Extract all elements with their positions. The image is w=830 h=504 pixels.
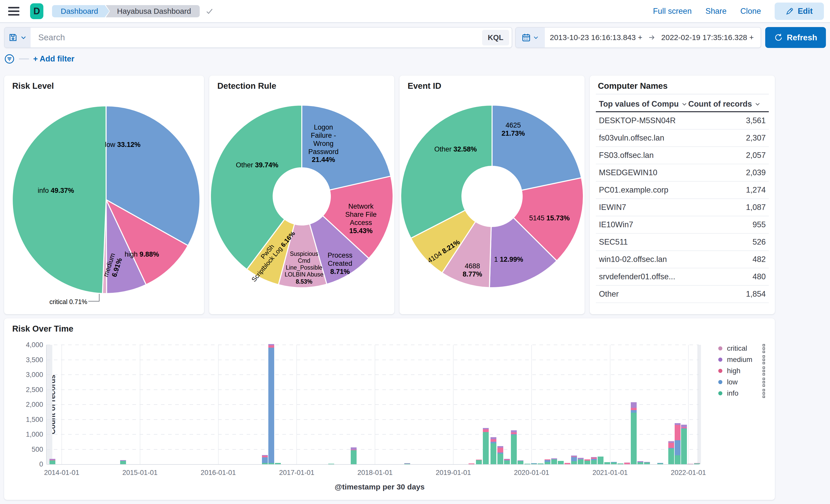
pie-slice-label: NetworkShare FileAccess15.43%	[345, 202, 377, 235]
date-to[interactable]: 2022-02-19 17:35:16.328 +	[656, 33, 759, 42]
stacked-bar[interactable]	[50, 459, 55, 464]
count-cell: 2,307	[746, 133, 766, 143]
breadcrumb-current[interactable]: Hayabusa Dashboard	[106, 5, 200, 17]
count-cell: 482	[753, 255, 766, 264]
table-row[interactable]: FS03.offsec.lan2,057	[596, 147, 769, 164]
date-picker-button[interactable]	[516, 28, 545, 48]
gridline-horizontal	[47, 419, 699, 420]
legend-options-icon[interactable]	[763, 378, 765, 387]
table-row[interactable]: fs03vuln.offsec.lan2,307	[596, 130, 769, 147]
legend-options-icon[interactable]	[763, 389, 765, 398]
pie-slice-label: ProcessCreated8.71%	[327, 251, 352, 276]
legend-options-icon[interactable]	[763, 355, 765, 364]
menu-icon[interactable]	[8, 7, 20, 15]
stacked-bar[interactable]	[637, 461, 643, 464]
column-header-count[interactable]: Count of records	[688, 99, 761, 109]
table-row[interactable]: win10-02.offsec.lan482	[596, 251, 769, 268]
query-bar: Search KQL 2013-10-23 16:16:13.843 + 202…	[4, 27, 826, 48]
stacked-bar[interactable]	[483, 428, 489, 464]
stacked-bar[interactable]	[120, 460, 126, 464]
stacked-bar[interactable]	[551, 458, 557, 464]
stacked-bar[interactable]	[584, 460, 590, 464]
legend-options-icon[interactable]	[763, 344, 765, 353]
column-header-computer[interactable]: Top values of Compu	[599, 99, 688, 109]
panel-title: Computer Names	[598, 81, 668, 91]
table-row[interactable]: SEC511526	[596, 233, 769, 251]
bar-segment-low	[675, 440, 680, 455]
stacked-bar[interactable]	[504, 459, 510, 464]
full-screen-link[interactable]: Full screen	[653, 7, 692, 16]
clone-link[interactable]: Clone	[740, 7, 761, 16]
pie-slice-label: low 33.12%	[105, 141, 140, 149]
kql-button[interactable]: KQL	[482, 30, 509, 45]
stacked-bar[interactable]	[631, 402, 637, 464]
stacked-bar[interactable]	[598, 456, 604, 464]
check-icon[interactable]	[205, 7, 214, 15]
gridline-horizontal	[47, 374, 699, 375]
pie-slice-label: info 49.37%	[38, 187, 74, 195]
stacked-bar[interactable]	[476, 460, 482, 464]
count-cell: 526	[753, 238, 766, 247]
stacked-bar[interactable]	[262, 455, 268, 464]
stacked-bar[interactable]	[498, 446, 503, 464]
stacked-bar[interactable]	[511, 430, 517, 464]
legend-item-critical[interactable]: critical	[718, 343, 765, 354]
space-avatar[interactable]: D	[30, 3, 43, 19]
legend-dot-info	[718, 391, 722, 395]
table-row[interactable]: Other1,854	[596, 286, 769, 303]
legend-item-medium[interactable]: medium	[718, 354, 765, 365]
y-axis-tick-label: 1,000	[26, 431, 43, 438]
stacked-bar[interactable]	[268, 344, 274, 464]
edit-button[interactable]: Edit	[775, 3, 824, 20]
add-filter-link[interactable]: + Add filter	[33, 54, 74, 64]
table-row[interactable]: IE10Win7955	[596, 216, 769, 233]
stacked-bar[interactable]	[571, 455, 577, 464]
x-axis-tick-label: 2021-01-01	[593, 469, 628, 477]
stacked-bar[interactable]	[351, 447, 357, 464]
y-axis-line	[46, 345, 47, 464]
stacked-bar[interactable]	[644, 462, 650, 464]
label-connector-line	[99, 294, 99, 302]
search-input[interactable]: Search	[31, 28, 482, 48]
breadcrumb-dashboard[interactable]: Dashboard	[52, 5, 109, 17]
stacked-bar[interactable]	[578, 458, 584, 464]
stacked-bar[interactable]	[591, 457, 597, 464]
table-row[interactable]: srvdefender01.offse...480	[596, 268, 769, 286]
bar-segment-info	[551, 460, 557, 464]
saved-query-button[interactable]	[5, 28, 31, 48]
y-axis-tick-label: 1,500	[26, 415, 43, 423]
stacked-bar[interactable]	[490, 437, 497, 464]
table-row[interactable]: MSEDGEWIN102,039	[596, 164, 769, 182]
bar-segment-medium	[675, 423, 680, 425]
stacked-bar[interactable]	[517, 461, 523, 464]
legend-item-info[interactable]: info	[718, 388, 765, 399]
stacked-bar[interactable]	[604, 462, 610, 464]
legend-item-low[interactable]: low	[718, 376, 765, 388]
stacked-bar[interactable]	[558, 461, 564, 464]
share-link[interactable]: Share	[705, 7, 727, 16]
legend-dot-medium	[718, 357, 722, 362]
stacked-bar[interactable]	[545, 460, 550, 464]
filter-icon[interactable]	[4, 54, 15, 64]
legend-dot-low	[718, 380, 722, 384]
legend-options-icon[interactable]	[763, 367, 765, 375]
table-row[interactable]: DESKTOP-M5SN04R3,561	[596, 112, 769, 130]
stacked-bar[interactable]	[611, 462, 617, 464]
stacked-bar[interactable]	[675, 423, 680, 464]
date-from[interactable]: 2013-10-23 16:16:13.843 +	[545, 33, 648, 42]
event-id-donut-labels: 462521.73%5145 15.73%1 12.99%46888.77%41…	[400, 75, 585, 314]
computer-name-cell: SEC511	[599, 238, 628, 247]
bar-segment-low	[545, 460, 550, 462]
pie-slice-label: 1 12.99%	[494, 256, 523, 264]
gridline-vertical	[296, 345, 297, 464]
stacked-bar[interactable]	[668, 441, 674, 464]
legend-item-high[interactable]: high	[718, 365, 765, 376]
table-row[interactable]: IEWIN71,087	[596, 199, 769, 216]
table-row[interactable]: PC01.example.corp1,274	[596, 182, 769, 199]
stacked-bar[interactable]	[681, 425, 687, 464]
computer-name-cell: fs03vuln.offsec.lan	[599, 133, 664, 143]
computer-name-cell: PC01.example.corp	[599, 185, 668, 195]
refresh-button[interactable]: Refresh	[765, 27, 826, 48]
stacked-bar[interactable]	[624, 463, 630, 464]
computer-name-cell: FS03.offsec.lan	[599, 151, 654, 160]
